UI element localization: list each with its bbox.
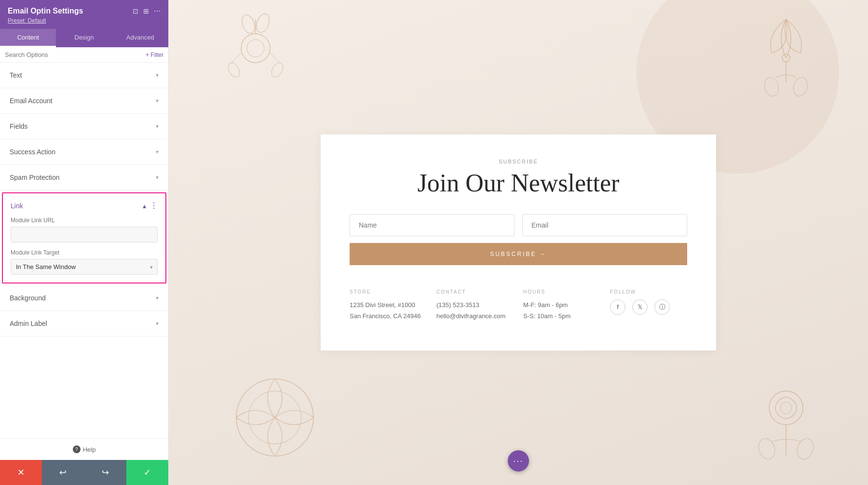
- subscribe-eyebrow: SUBSCRIBE: [350, 159, 687, 164]
- sidebar-title: Email Optin Settings: [8, 7, 83, 15]
- floral-bottom-left-decoration: [207, 350, 342, 485]
- chevron-up-icon[interactable]: ▴: [143, 202, 146, 210]
- sidebar-preset: Preset: Default: [8, 17, 161, 24]
- more-options-icon[interactable]: ⋯: [154, 7, 161, 15]
- section-background[interactable]: Background ▾: [0, 285, 168, 311]
- sidebar-search-bar: + Filter: [0, 47, 168, 63]
- svg-point-16: [775, 397, 797, 418]
- section-link-content: Module Link URL Module Link Target In Th…: [3, 217, 165, 283]
- module-link-target-select[interactable]: In The Same Window In A New Tab: [11, 259, 158, 275]
- module-link-target-label: Module Link Target: [11, 249, 158, 256]
- footer-hours: HOURS M-F: 9am - 6pm S-S: 10am - 5pm: [523, 289, 600, 322]
- chevron-down-icon: ▾: [156, 97, 159, 104]
- svg-point-8: [269, 61, 285, 79]
- section-spam-protection[interactable]: Spam Protection ▾: [0, 165, 168, 190]
- svg-point-11: [762, 76, 780, 98]
- section-admin-label[interactable]: Admin Label ▾: [0, 311, 168, 337]
- tab-design[interactable]: Design: [56, 29, 112, 47]
- footer-follow: FOLLOW f 𝕏 ⓘ: [610, 289, 687, 322]
- twitter-icon[interactable]: 𝕏: [632, 299, 648, 315]
- footer-store: STORE 1235 Divi Street, #1000 San Franci…: [350, 289, 427, 322]
- layout-icon[interactable]: ⊞: [143, 7, 149, 15]
- section-email-account[interactable]: Email Account ▾: [0, 88, 168, 114]
- sidebar-tabs: Content Design Advanced: [0, 29, 168, 47]
- footer-info: STORE 1235 Divi Street, #1000 San Franci…: [350, 284, 687, 322]
- svg-point-15: [769, 391, 803, 425]
- svg-point-20: [794, 436, 816, 461]
- section-link: Link ▴ ⋮ Module Link URL Module Link Tar…: [2, 192, 166, 283]
- save-button[interactable]: ✓: [126, 460, 168, 485]
- social-icons: f 𝕏 ⓘ: [610, 299, 687, 315]
- module-link-url-input[interactable]: [11, 227, 158, 242]
- facebook-icon[interactable]: f: [610, 299, 625, 315]
- undo-button[interactable]: ↩: [42, 460, 84, 485]
- tab-content[interactable]: Content: [0, 29, 56, 47]
- svg-point-1: [247, 40, 264, 57]
- chevron-down-icon: ▾: [156, 295, 159, 301]
- more-icon[interactable]: ⋮: [150, 201, 158, 210]
- newsletter-card: SUBSCRIBE Join Our Newsletter SUBSCRIBE …: [321, 135, 716, 351]
- help-icon: ?: [73, 445, 81, 453]
- sidebar-sections: Text ▾ Email Account ▾ Fields ▾ Success …: [0, 63, 168, 438]
- tab-advanced[interactable]: Advanced: [112, 29, 168, 47]
- newsletter-title: Join Our Newsletter: [350, 169, 687, 197]
- sidebar-header: Email Optin Settings ⊡ ⊞ ⋯ Preset: Defau…: [0, 0, 168, 29]
- section-link-icons: ▴ ⋮: [143, 201, 158, 210]
- svg-point-3: [240, 13, 257, 35]
- sidebar-footer: ✕ ↩ ↪ ✓: [0, 460, 168, 485]
- sidebar-header-icons: ⊡ ⊞ ⋯: [133, 7, 161, 15]
- chevron-down-icon: ▾: [156, 148, 159, 155]
- svg-point-4: [254, 12, 271, 34]
- chevron-down-icon: ▾: [156, 123, 159, 130]
- chevron-down-icon: ▾: [156, 72, 159, 79]
- main-content: SUBSCRIBE Join Our Newsletter SUBSCRIBE …: [169, 0, 868, 485]
- svg-point-7: [226, 61, 242, 79]
- email-input[interactable]: [522, 214, 687, 236]
- chevron-down-icon: ▾: [156, 320, 159, 327]
- search-input[interactable]: [5, 51, 142, 58]
- svg-point-12: [791, 76, 809, 98]
- svg-line-6: [270, 53, 280, 63]
- module-link-target-wrap: In The Same Window In A New Tab ▾: [11, 259, 158, 275]
- sidebar-help: ? Help: [0, 438, 168, 460]
- footer-contact: CONTACT (135) 523-3513 hello@divifragran…: [436, 289, 514, 322]
- subscribe-button[interactable]: SUBSCRIBE →: [350, 243, 687, 265]
- section-text[interactable]: Text ▾: [0, 63, 168, 88]
- svg-point-17: [780, 402, 792, 414]
- help-link[interactable]: ? Help: [7, 445, 162, 453]
- floral-bottom-right-decoration: [723, 360, 849, 485]
- floral-top-right-decoration: [733, 5, 839, 111]
- floral-top-left-decoration: [207, 10, 304, 106]
- page-background: SUBSCRIBE Join Our Newsletter SUBSCRIBE …: [169, 0, 868, 485]
- cancel-button[interactable]: ✕: [0, 460, 42, 485]
- svg-point-0: [241, 34, 270, 63]
- name-input[interactable]: [350, 214, 515, 236]
- svg-line-5: [231, 53, 241, 63]
- section-link-header[interactable]: Link ▴ ⋮: [3, 193, 165, 217]
- form-row: [350, 214, 687, 236]
- redo-button[interactable]: ↪: [84, 460, 126, 485]
- sidebar: Email Optin Settings ⊡ ⊞ ⋯ Preset: Defau…: [0, 0, 169, 485]
- section-fields[interactable]: Fields ▾: [0, 114, 168, 139]
- module-link-url-label: Module Link URL: [11, 217, 158, 224]
- svg-point-19: [756, 436, 777, 461]
- section-success-action[interactable]: Success Action ▾: [0, 139, 168, 165]
- fab-button[interactable]: ···: [508, 450, 529, 472]
- instagram-icon[interactable]: ⓘ: [654, 299, 670, 315]
- filter-button[interactable]: + Filter: [146, 52, 163, 58]
- chevron-down-icon: ▾: [156, 174, 159, 181]
- settings-icon[interactable]: ⊡: [133, 7, 138, 15]
